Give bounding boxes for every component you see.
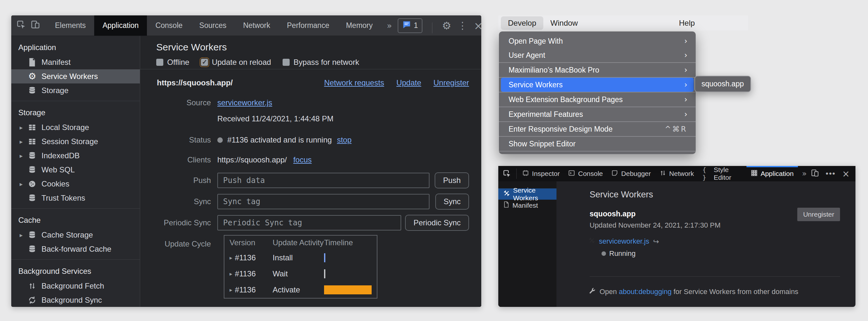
menu-item-show-snippet-editor[interactable]: Show Snippet Editor xyxy=(499,137,696,151)
tab-application[interactable]: Application xyxy=(94,15,147,36)
sw-origin-url: https://squoosh.app/ xyxy=(157,78,233,87)
push-data-input[interactable] xyxy=(217,173,430,188)
expand-caret-icon[interactable]: ▸ xyxy=(20,231,27,239)
inspect-element-icon[interactable] xyxy=(17,20,26,31)
tab-sources[interactable]: Sources xyxy=(191,15,235,36)
service-workers-submenu-tooltip[interactable]: squoosh.app xyxy=(694,76,751,92)
unregister-link[interactable]: Unregister xyxy=(433,78,469,87)
menu-item-service-workers[interactable]: Service Workers › xyxy=(501,78,694,92)
file-icon xyxy=(503,201,509,209)
menu-item-user-agent[interactable]: User Agent › xyxy=(499,48,696,62)
sidebar-item-cache-storage[interactable]: ▸ Cache Storage xyxy=(11,228,140,242)
expand-caret-icon[interactable]: ▸ xyxy=(229,271,232,277)
menu-item-enter-responsive-design-mode[interactable]: Enter Responsive Design Mode ^⌘R xyxy=(499,122,696,136)
sidebar-item-web-sql[interactable]: Web SQL xyxy=(11,163,140,177)
more-tabs-button[interactable]: » xyxy=(798,166,811,181)
device-toolbar-icon[interactable] xyxy=(31,20,40,31)
pick-element-icon[interactable] xyxy=(498,166,515,181)
inspector-icon xyxy=(522,170,529,178)
tab-performance[interactable]: Performance xyxy=(279,15,338,36)
expand-caret-icon[interactable]: ▸ xyxy=(20,180,27,187)
push-button[interactable]: Push xyxy=(435,172,469,188)
settings-gear-icon[interactable]: ⚙ xyxy=(442,21,452,31)
sidebar-item-trust-tokens[interactable]: Trust Tokens xyxy=(11,191,140,205)
checkbox-checked-icon[interactable] xyxy=(201,59,208,66)
unregister-button[interactable]: Unregister xyxy=(797,208,840,221)
stop-link[interactable]: stop xyxy=(337,136,351,144)
menu-item-web-extension-background-pages[interactable]: Web Extension Background Pages › xyxy=(499,93,696,107)
status-dot-icon xyxy=(217,137,223,143)
tab-memory[interactable]: Memory xyxy=(338,15,381,36)
responsive-design-icon[interactable] xyxy=(811,169,819,179)
tab-style-editor[interactable]: { } Style Editor xyxy=(698,166,746,181)
menubar-item-help[interactable]: Help xyxy=(672,16,702,30)
tab-elements[interactable]: Elements xyxy=(46,15,94,36)
network-requests-link[interactable]: Network requests xyxy=(324,78,384,87)
bypass-for-network-checkbox[interactable]: Bypass for network xyxy=(283,58,359,67)
sidebar-item-manifest[interactable]: Manifest xyxy=(11,55,140,69)
database-icon xyxy=(27,230,37,240)
menu-item-experimental-features[interactable]: Experimental Features › xyxy=(499,107,696,121)
checkbox-unchecked-icon[interactable] xyxy=(283,59,290,66)
sidebar-item-session-storage[interactable]: ▸ Session Storage xyxy=(11,135,140,149)
periodic-sync-tag-input[interactable] xyxy=(217,215,401,230)
sidebar-item-cookies[interactable]: ▸ Cookies xyxy=(11,177,140,191)
about-debugging-link[interactable]: about:debugging xyxy=(619,288,672,296)
sidebar-item-background-sync[interactable]: Background Sync xyxy=(11,293,140,307)
update-link[interactable]: Update xyxy=(396,78,421,87)
menubar-item-window[interactable]: Window xyxy=(543,16,585,30)
checkbox-unchecked-icon[interactable] xyxy=(156,59,163,66)
menu-item-label: Web Extension Background Pages xyxy=(508,95,623,104)
sync-tag-input[interactable] xyxy=(217,194,430,209)
menu-item-label: Show Snippet Editor xyxy=(508,140,576,148)
table-row[interactable]: ▸#1136 Activate xyxy=(224,282,377,298)
close-devtools-icon[interactable]: × xyxy=(842,169,850,179)
sidebar-section-background-services: Background Services xyxy=(11,264,140,279)
focus-link[interactable]: focus xyxy=(293,155,311,164)
issues-badge[interactable]: 1 xyxy=(398,18,423,33)
sidebar-item-local-storage[interactable]: ▸ Local Storage xyxy=(11,120,140,135)
more-tabs-button[interactable]: » xyxy=(381,15,398,36)
sidebar-item-service-workers[interactable]: Service Workers xyxy=(498,188,557,200)
tab-console[interactable]: Console xyxy=(564,166,607,181)
sidebar-item-service-workers[interactable]: ⚙ Service Workers xyxy=(11,69,140,83)
service-workers-panel: Service Workers Offline Update on reload… xyxy=(140,36,481,307)
sidebar-section-application: Application xyxy=(11,40,140,55)
table-row[interactable]: ▸#1136 Install xyxy=(224,250,377,266)
tab-network[interactable]: Network xyxy=(235,15,278,36)
tab-debugger[interactable]: Debugger xyxy=(607,166,655,181)
sidebar-item-back-forward-cache[interactable]: Back-forward Cache xyxy=(11,242,140,256)
worker-script-link[interactable]: serviceworker.js xyxy=(599,237,649,246)
tab-console[interactable]: Console xyxy=(147,15,191,36)
checkbox-label: Offline xyxy=(167,58,189,67)
menu-item-macbook-pro[interactable]: Maximiliano’s MacBook Pro › xyxy=(499,63,696,77)
sidebar-item-label: Trust Tokens xyxy=(41,193,85,203)
tab-network[interactable]: Network xyxy=(655,166,698,181)
database-icon xyxy=(27,151,37,160)
menubar-item-develop[interactable]: Develop xyxy=(501,16,543,30)
kebab-menu-icon[interactable]: ⋮ xyxy=(458,21,467,31)
close-devtools-icon[interactable]: × xyxy=(474,20,481,31)
meatball-menu-icon[interactable]: ••• xyxy=(826,169,836,178)
timeline-column-header: Timeline xyxy=(324,238,377,247)
expand-caret-icon[interactable]: ▸ xyxy=(20,138,27,145)
expand-caret-icon[interactable]: ▸ xyxy=(20,152,27,159)
menu-item-open-page-with[interactable]: Open Page With › xyxy=(499,34,696,48)
expand-caret-icon[interactable]: ▸ xyxy=(229,287,232,293)
sidebar-item-storage[interactable]: Storage xyxy=(11,83,140,98)
sync-button[interactable]: Sync xyxy=(435,193,469,210)
application-grid-icon xyxy=(751,170,758,178)
database-icon xyxy=(27,193,37,203)
table-row[interactable]: ▸#1136 Wait xyxy=(224,266,377,282)
source-file-link[interactable]: serviceworker.js xyxy=(217,98,272,107)
version-cell: #1136 xyxy=(235,253,256,262)
offline-checkbox[interactable]: Offline xyxy=(156,58,189,67)
update-on-reload-checkbox[interactable]: Update on reload xyxy=(201,58,271,67)
expand-caret-icon[interactable]: ▸ xyxy=(229,255,232,261)
periodic-sync-button[interactable]: Periodic Sync xyxy=(405,215,469,231)
tab-inspector[interactable]: Inspector xyxy=(518,166,564,181)
sidebar-item-indexeddb[interactable]: ▸ IndexedDB xyxy=(11,149,140,163)
tab-application[interactable]: Application xyxy=(746,166,798,181)
sidebar-item-background-fetch[interactable]: Background Fetch xyxy=(11,279,140,293)
expand-caret-icon[interactable]: ▸ xyxy=(20,124,27,131)
